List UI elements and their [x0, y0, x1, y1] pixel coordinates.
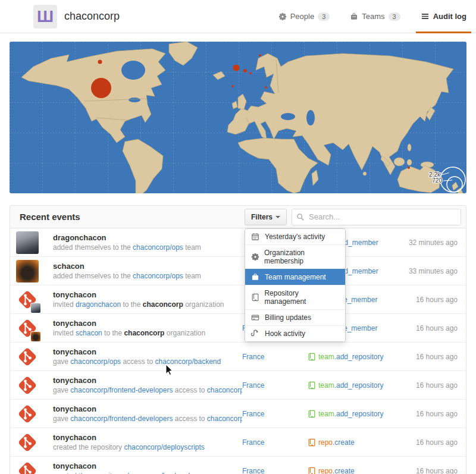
event-link[interactable]: chaconcorp/backend — [124, 472, 190, 474]
event-type-prefix: repo — [318, 438, 333, 447]
event-type-rest: .add_repository — [334, 410, 384, 418]
map-marker-canada — [98, 60, 102, 64]
event-actor[interactable]: schacon — [53, 262, 242, 271]
event-text: access to — [173, 386, 206, 394]
event-location[interactable]: France — [242, 381, 308, 390]
event-location[interactable]: France — [242, 438, 308, 447]
briefcase-icon — [251, 273, 260, 281]
event-row: tonychaconinvited schacon to the chaconc… — [10, 314, 466, 343]
event-text: created the repository — [53, 472, 124, 474]
event-description: invited dragonchacon to the chaconcorp o… — [53, 300, 242, 309]
event-link[interactable]: chaconcorp/backend — [155, 357, 221, 366]
avatar[interactable] — [16, 260, 39, 282]
event-timestamp: 16 hours ago — [396, 381, 458, 390]
event-text: invited — [53, 329, 76, 337]
event-type[interactable]: team.add_repository — [308, 410, 396, 418]
event-type-rest: .create — [333, 467, 355, 474]
event-location[interactable]: France — [242, 410, 308, 418]
filters-button[interactable]: Filters — [245, 209, 287, 225]
event-actor[interactable]: tonychacon — [53, 433, 242, 442]
event-timestamp: 16 hours ago — [396, 467, 458, 474]
event-type[interactable]: team.add_repository — [308, 353, 396, 361]
event-actor[interactable]: tonychacon — [53, 462, 242, 470]
repo-icon — [308, 467, 316, 474]
event-actor[interactable]: tonychacon — [53, 347, 242, 356]
git-logo-avatar[interactable] — [16, 460, 39, 474]
filter-option-label: Repository management — [264, 289, 339, 306]
event-timestamp: 16 hours ago — [396, 438, 458, 447]
event-link[interactable]: dragonchacon — [76, 300, 121, 309]
event-text: invited — [53, 300, 76, 309]
events-panel-header: Recent events Filters Yesterday's activi… — [10, 206, 466, 228]
event-description: created the repository chaconcorp/backen… — [53, 472, 242, 474]
event-link[interactable]: chaconcorp/ops — [133, 243, 183, 252]
event-type[interactable]: team.add_repository — [308, 381, 396, 390]
event-type-prefix: team — [318, 353, 334, 361]
tab-audit-log[interactable]: Audit log — [421, 0, 466, 33]
world-map-svg: 2.2k720 — [10, 42, 466, 193]
search-box — [292, 209, 461, 225]
active-tab-underline — [416, 32, 471, 33]
event-bold-text: chaconcorp — [124, 329, 164, 337]
event-timestamp: 16 hours ago — [396, 410, 458, 418]
search-input[interactable] — [292, 209, 461, 225]
map-marker-australia — [408, 167, 410, 169]
organization-icon — [251, 253, 259, 261]
map-marker-us-large — [91, 78, 111, 98]
event-link[interactable]: chaconcorp/ops — [133, 272, 183, 280]
filter-option-billing-updates[interactable]: Billing updates — [245, 309, 345, 325]
git-logo-avatar[interactable] — [16, 288, 39, 311]
tab-teams[interactable]: Teams3 — [350, 0, 400, 33]
count-badge: 3 — [389, 12, 400, 21]
git-logo-avatar[interactable] — [16, 346, 39, 368]
event-text: gave — [53, 415, 70, 423]
filters-dropdown: Yesterday's activityOrganization members… — [245, 228, 346, 342]
event-link[interactable]: chaconcorp/ops — [70, 357, 121, 366]
event-location[interactable]: France — [242, 353, 308, 361]
event-actor[interactable]: tonychacon — [53, 319, 242, 328]
organization-icon — [278, 12, 287, 21]
event-location[interactable]: France — [242, 467, 308, 474]
event-text: organization — [164, 329, 205, 337]
tab-people[interactable]: People3 — [278, 0, 330, 33]
git-logo-avatar[interactable] — [16, 374, 39, 397]
event-link[interactable]: chaconcorp/frontend — [207, 415, 242, 423]
event-link[interactable]: chaconcorp/backend — [207, 386, 242, 394]
map-marker-greece — [265, 86, 267, 89]
event-actor[interactable]: tonychacon — [53, 404, 242, 413]
avatar[interactable] — [16, 231, 39, 254]
world-map: 2.2k720 — [10, 42, 466, 193]
event-text: added themselves to the — [53, 272, 133, 280]
event-text: organization — [183, 300, 224, 309]
event-link[interactable]: chaconcorp/deployscripts — [124, 443, 204, 451]
filter-option-label: Team management — [265, 273, 326, 281]
map-marker-spain — [231, 85, 234, 87]
event-type-prefix: team — [318, 381, 334, 390]
tab-label: Audit log — [433, 12, 466, 21]
filter-option-label: Yesterday's activity — [265, 233, 325, 241]
event-actor[interactable]: tonychacon — [53, 290, 242, 299]
credit-card-icon — [251, 313, 260, 322]
org-logo[interactable]: Ш — [33, 5, 57, 29]
filter-option-label: Billing updates — [265, 313, 311, 322]
event-actor[interactable]: dragonchacon — [53, 233, 242, 242]
git-logo-avatar[interactable] — [16, 403, 39, 425]
event-link[interactable]: schacon — [76, 329, 102, 337]
filter-option-hook-activity[interactable]: Hook activity — [245, 325, 345, 341]
filter-option-yesterday-s-activity[interactable]: Yesterday's activity — [245, 229, 345, 244]
event-timestamp: 32 minutes ago — [396, 238, 458, 247]
event-type[interactable]: repo.create — [308, 438, 396, 447]
event-link[interactable]: chaconcorp/frontend-developers — [70, 415, 173, 423]
git-logo-avatar[interactable] — [16, 317, 39, 340]
event-timestamp: 16 hours ago — [396, 353, 458, 361]
event-type[interactable]: repo.create — [308, 467, 396, 474]
filter-option-organization-membership[interactable]: Organization membership — [245, 244, 345, 269]
filter-option-team-management[interactable]: Team management — [245, 269, 345, 285]
event-type-rest: .create — [333, 438, 355, 447]
event-link[interactable]: chaconcorp/frontend-developers — [70, 386, 173, 394]
header-nav: People3Teams3Audit log — [278, 0, 466, 33]
git-logo-avatar[interactable] — [16, 431, 39, 454]
filter-option-repository-management[interactable]: Repository management — [245, 285, 345, 309]
map-marker-sweden — [259, 54, 261, 56]
event-actor[interactable]: tonychacon — [53, 376, 242, 385]
